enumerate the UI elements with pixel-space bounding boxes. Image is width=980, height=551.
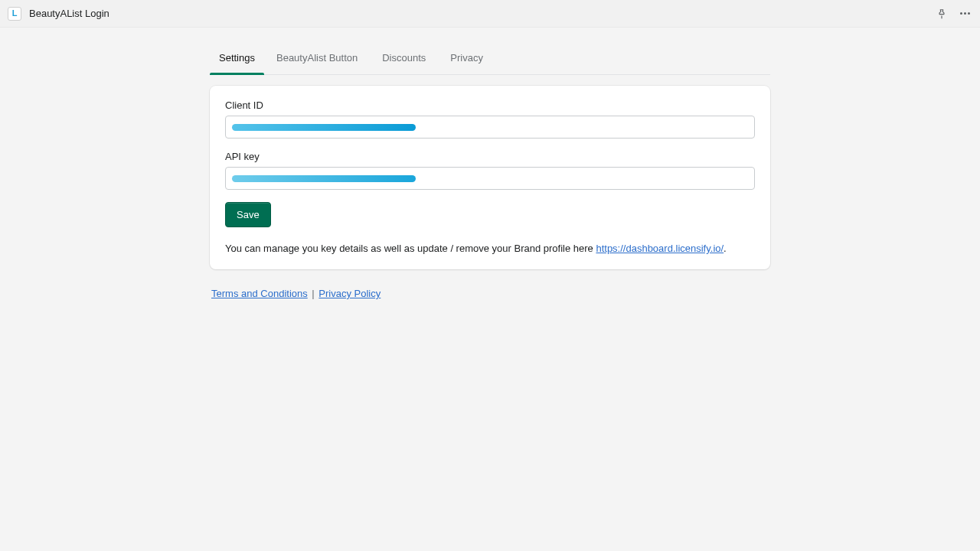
api-key-label: API key (225, 151, 755, 162)
tab-beautyalist-button[interactable]: BeautyAlist Button (264, 40, 370, 74)
separator: | (308, 288, 319, 299)
client-id-field: Client ID (225, 99, 755, 139)
pin-icon[interactable] (934, 6, 949, 21)
more-icon[interactable] (957, 6, 972, 21)
app-title: BeautyAList Login (29, 8, 109, 19)
redacted-value (232, 124, 416, 131)
tabs: Settings BeautyAlist Button Discounts Pr… (210, 40, 770, 75)
api-key-field: API key (225, 151, 755, 190)
tab-privacy[interactable]: Privacy (438, 40, 495, 74)
app-header: L BeautyAList Login (0, 0, 980, 28)
tab-settings[interactable]: Settings (210, 40, 264, 74)
header-left: L BeautyAList Login (8, 7, 109, 21)
client-id-input[interactable] (225, 116, 755, 139)
help-prefix: You can manage you key details as well a… (225, 243, 596, 254)
app-icon: L (8, 7, 21, 21)
help-text: You can manage you key details as well a… (225, 243, 755, 254)
dashboard-link[interactable]: https://dashboard.licensify.io/ (596, 243, 724, 254)
page-content: Settings BeautyAlist Button Discounts Pr… (210, 28, 770, 299)
help-suffix: . (724, 243, 727, 254)
redacted-value (232, 175, 416, 182)
settings-card: Client ID API key Save You can manage yo… (210, 86, 770, 269)
client-id-label: Client ID (225, 99, 755, 111)
privacy-link[interactable]: Privacy Policy (318, 288, 381, 299)
save-button[interactable]: Save (225, 202, 271, 227)
tab-discounts[interactable]: Discounts (370, 40, 438, 74)
api-key-input[interactable] (225, 167, 755, 190)
footer-links: Terms and Conditions | Privacy Policy (210, 288, 770, 299)
header-right (934, 6, 972, 21)
terms-link[interactable]: Terms and Conditions (211, 288, 308, 299)
